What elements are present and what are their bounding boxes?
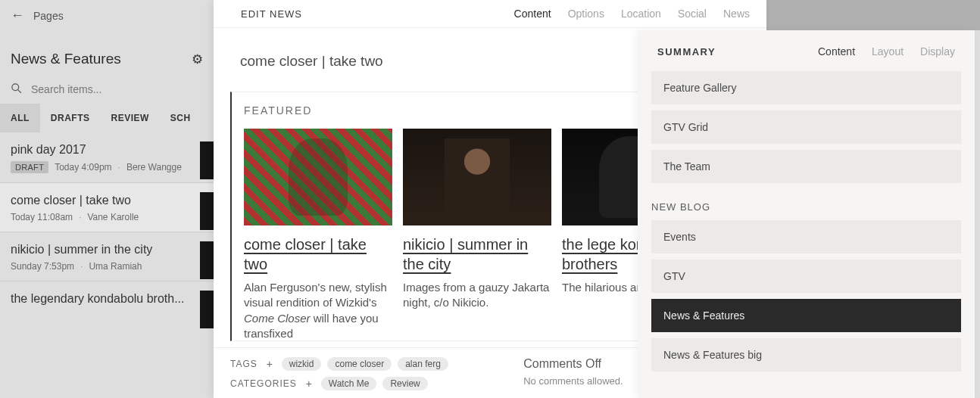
filter-drafts[interactable]: DRAFTS [40, 104, 101, 132]
gear-icon[interactable]: ⚙ [192, 51, 203, 67]
card-blurb: Images from a gauzy Jakarta night, c/o N… [403, 280, 551, 311]
summary-item-the-team[interactable]: The Team [651, 150, 961, 183]
add-tag-button[interactable]: + [264, 358, 276, 370]
card-image [403, 129, 551, 225]
summary-item-gtv-grid[interactable]: GTV Grid [651, 110, 961, 144]
tab-news[interactable]: News [723, 8, 750, 20]
summary-group: Feature Gallery GTV Grid The Team [638, 71, 975, 183]
featured-card[interactable]: nikicio | summer in the city Images from… [403, 129, 551, 341]
tab-location[interactable]: Location [621, 8, 661, 20]
filter-tabs: ALL DRAFTS REVIEW SCH [0, 104, 214, 132]
summary-item-events[interactable]: Events [651, 220, 961, 253]
item-time: Today 4:09pm [55, 162, 111, 173]
summary-item-news-features[interactable]: News & Features [651, 299, 961, 332]
summary-item-feature-gallery[interactable]: Feature Gallery [651, 71, 961, 104]
featured-card[interactable]: come closer | take two Alan Ferguson's n… [244, 129, 392, 341]
summary-item-news-features-big[interactable]: News & Features big [651, 338, 961, 372]
item-list: pink day 2017 DRAFT Today 4:09pm · Bere … [0, 132, 214, 319]
summary-panel: SUMMARY Content Layout Display Feature G… [638, 30, 975, 398]
sep-icon: · [79, 212, 81, 222]
item-thumbnail [200, 241, 214, 279]
summary-tabs: Content Layout Display [818, 45, 955, 58]
tags-label: TAGS [230, 359, 257, 369]
add-category-button[interactable]: + [303, 378, 315, 390]
category-chip[interactable]: Review [382, 377, 427, 390]
card-blurb: Alan Ferguson's new, stylish visual rend… [244, 280, 392, 341]
item-title: pink day 2017 [11, 143, 203, 157]
page-title: News & Features [11, 51, 121, 67]
item-time: Sunday 7:53pm [11, 261, 74, 272]
item-thumbnail [200, 141, 214, 179]
summary-group-heading: NEW BLOG [638, 189, 975, 220]
filter-all[interactable]: ALL [0, 104, 40, 132]
tag-chip[interactable]: alan ferg [398, 357, 448, 371]
comments-status[interactable]: Comments Off [523, 357, 623, 371]
sep-icon: · [80, 261, 83, 272]
item-time: Today 11:08am [11, 212, 73, 222]
item-thumbnail [200, 291, 214, 328]
item-title: nikicio | summer in the city [11, 243, 203, 257]
filter-review[interactable]: REVIEW [101, 104, 160, 132]
list-item[interactable]: pink day 2017 DRAFT Today 4:09pm · Bere … [0, 132, 214, 182]
sep-icon: · [118, 162, 120, 173]
card-image [244, 129, 392, 225]
summary-tab-layout[interactable]: Layout [872, 45, 904, 58]
summary-tab-display[interactable]: Display [920, 45, 955, 58]
item-author: Vane Karolle [87, 212, 139, 222]
breadcrumb[interactable]: Pages [33, 10, 64, 22]
category-chip[interactable]: Watch Me [321, 377, 377, 390]
sidebar: ← Pages News & Features ⚙ ALL DRAFTS REV… [0, 0, 214, 398]
summary-title: SUMMARY [657, 46, 716, 58]
list-item[interactable]: nikicio | summer in the city Sunday 7:53… [0, 232, 214, 281]
tag-chip[interactable]: wizkid [282, 357, 322, 371]
editor-tabs: Content Options Location Social News [514, 8, 750, 20]
tag-chip[interactable]: come closer [327, 357, 392, 371]
comments-sub: No comments allowed. [523, 375, 623, 387]
item-title: the legendary kondabolu broth... [11, 292, 203, 306]
svg-point-0 [12, 84, 19, 91]
tab-content[interactable]: Content [514, 8, 551, 20]
editor-header-title: EDIT NEWS [241, 8, 302, 20]
svg-line-1 [17, 89, 20, 92]
item-author: Bere Wangge [126, 162, 182, 173]
search-icon [11, 82, 22, 96]
filter-scheduled[interactable]: SCH [160, 104, 201, 132]
item-author: Uma Ramiah [89, 261, 142, 272]
summary-tab-content[interactable]: Content [818, 45, 855, 58]
tab-social[interactable]: Social [678, 8, 707, 20]
card-title: come closer | take two [244, 235, 392, 274]
item-title: come closer | take two [11, 194, 203, 207]
back-arrow-icon[interactable]: ← [11, 8, 24, 23]
tab-options[interactable]: Options [568, 8, 604, 20]
list-item[interactable]: come closer | take two Today 11:08am · V… [0, 182, 214, 232]
item-thumbnail [200, 192, 214, 230]
status-badge: DRAFT [11, 161, 48, 173]
summary-item-gtv[interactable]: GTV [651, 260, 961, 293]
list-item[interactable]: the legendary kondabolu broth... [0, 281, 214, 319]
card-title: nikicio | summer in the city [403, 235, 551, 274]
summary-group: Events GTV News & Features News & Featur… [638, 220, 975, 372]
search-input[interactable] [31, 83, 203, 95]
categories-label: CATEGORIES [230, 378, 297, 389]
